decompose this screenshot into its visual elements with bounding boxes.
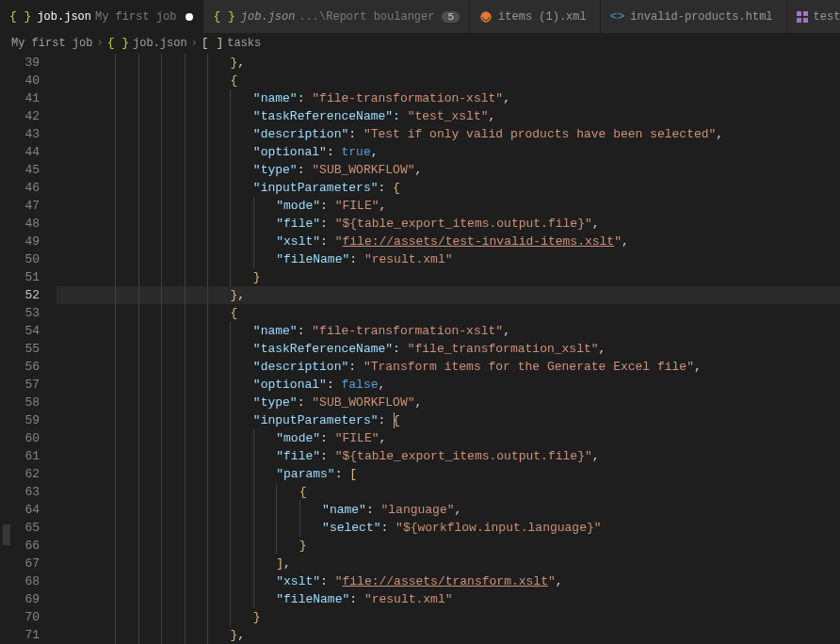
tab-badge: 5 (442, 11, 460, 23)
editor-tab[interactable]: { }job.json...\Report boulanger5 (203, 0, 470, 33)
tab-description: My first job (95, 10, 176, 24)
code-line[interactable]: "name": "file-transformation-xslt", (57, 89, 840, 107)
overview-ruler (0, 54, 13, 644)
svg-rect-1 (803, 11, 808, 16)
dirty-indicator-icon (186, 13, 193, 21)
json-file-icon: { } (213, 9, 234, 24)
code-line[interactable]: "description": "Test if only valid produ… (57, 125, 840, 143)
json-file-icon: { } (107, 36, 129, 50)
breadcrumb-item[interactable]: { }job.json (107, 36, 187, 50)
code-line[interactable]: "taskReferenceName": "file_transformatio… (57, 340, 840, 358)
code-line[interactable]: "select": "${workflow.input.language}" (57, 519, 840, 537)
editor-tab[interactable]: <>invalid-products.html (601, 0, 787, 33)
breadcrumb-label: job.json (133, 37, 187, 50)
breadcrumb-item[interactable]: My first job (11, 37, 92, 50)
code-line[interactable]: "inputParameters": { (57, 179, 840, 197)
code-line[interactable]: "xslt": "file://assets/transform.xslt", (57, 572, 840, 590)
tab-title: job.json (241, 10, 296, 24)
code-line[interactable]: { (57, 72, 840, 89)
tab-description: ...\Report boulanger (299, 10, 434, 24)
code-line[interactable]: } (57, 268, 840, 286)
code-area[interactable]: }, { "name": "file-transformation-xslt",… (57, 54, 840, 644)
code-line[interactable]: { (57, 304, 840, 322)
code-line[interactable]: } (57, 537, 840, 555)
code-line[interactable]: } (57, 608, 840, 626)
code-line[interactable]: "inputParameters": { (57, 411, 840, 429)
breadcrumb-label: tasks (227, 37, 261, 50)
editor-tab[interactable]: test-invalid-items.xslt (787, 0, 840, 33)
code-line[interactable]: "name": "language", (57, 501, 840, 519)
code-line[interactable]: "fileName": "result.xml" (57, 250, 840, 268)
chevron-right-icon: › (191, 37, 198, 50)
tab-title: items (1).xml (498, 10, 587, 24)
html-file-icon: <> (610, 9, 625, 24)
code-line[interactable]: "mode": "FILE", (57, 197, 840, 215)
svg-rect-0 (797, 11, 801, 16)
tab-title: test-invalid-items.xslt (814, 10, 840, 24)
breadcrumbs: My first job›{ }job.json›[ ]tasks (0, 33, 840, 54)
svg-rect-2 (797, 18, 801, 23)
code-line[interactable]: "type": "SUB_WORKFLOW", (57, 394, 840, 411)
code-line[interactable]: "type": "SUB_WORKFLOW", (57, 161, 840, 179)
code-line[interactable]: "taskReferenceName": "test_xslt", (57, 107, 840, 125)
breadcrumb-label: My first job (11, 37, 92, 50)
editor-tab[interactable]: items (1).xml (470, 0, 601, 33)
chevron-right-icon: › (96, 37, 103, 50)
editor-tabs: { }job.jsonMy first job{ }job.json...\Re… (0, 0, 840, 33)
array-icon: [ ] (202, 36, 223, 50)
code-line[interactable]: "optional": false, (57, 376, 840, 394)
code-line[interactable]: ], (57, 555, 840, 572)
code-line[interactable]: "description": "Transform items for the … (57, 358, 840, 376)
code-line[interactable]: }, (57, 286, 840, 304)
editor[interactable]: 3940414243444546474849505152535455565758… (0, 54, 840, 644)
code-line[interactable]: { (57, 483, 840, 501)
json-file-icon: { } (9, 9, 31, 24)
code-line[interactable]: "params": [ (57, 465, 840, 483)
code-line[interactable]: }, (57, 54, 840, 72)
editor-tab[interactable]: { }job.jsonMy first job (0, 0, 203, 33)
xml-file-icon (479, 10, 493, 24)
code-line[interactable]: "mode": "FILE", (57, 429, 840, 447)
svg-rect-3 (803, 18, 808, 23)
code-line[interactable]: "xslt": "file://assets/test-invalid-item… (57, 233, 840, 250)
code-line[interactable]: "fileName": "result.xml" (57, 590, 840, 608)
code-line[interactable]: "name": "file-transformation-xslt", (57, 322, 840, 340)
code-line[interactable]: "optional": true, (57, 143, 840, 161)
tab-title: invalid-products.html (630, 10, 772, 24)
tab-title: job.json (37, 10, 91, 24)
code-line[interactable]: }, (57, 626, 840, 644)
breadcrumb-item[interactable]: [ ]tasks (202, 36, 261, 50)
code-line[interactable]: "file": "${table_export_items.output.fil… (57, 447, 840, 465)
vertical-scrollbar[interactable] (829, 54, 840, 644)
xslt-file-icon (797, 11, 808, 23)
code-line[interactable]: "file": "${table_export_items.output.fil… (57, 215, 840, 233)
text-cursor (394, 412, 395, 428)
